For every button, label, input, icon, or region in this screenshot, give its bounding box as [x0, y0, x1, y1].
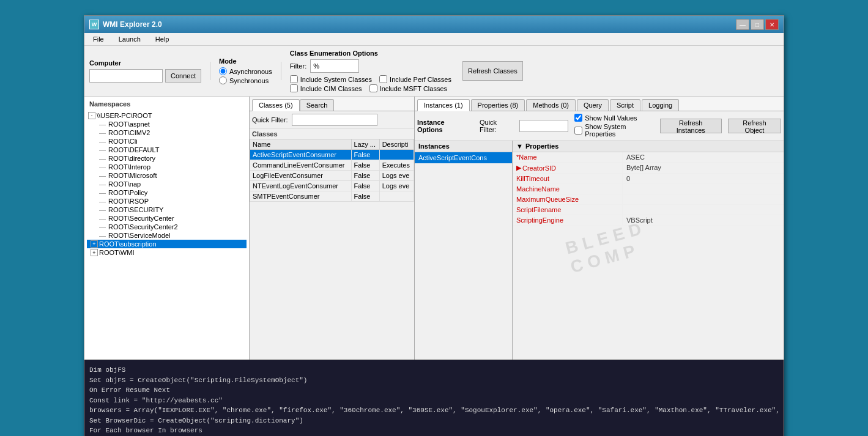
prop-name-6: ScriptingEngine: [513, 215, 623, 225]
class-row-3[interactable]: NTEventLogEventConsumerFalseLogs eve: [250, 181, 414, 191]
connect-button[interactable]: Connect: [165, 69, 201, 83]
include-system-label[interactable]: Include System Classes: [290, 75, 372, 83]
tree-item-security[interactable]: — ROOT\SECURITY: [87, 205, 247, 214]
tree-toggle-wmi[interactable]: +: [91, 249, 98, 256]
include-system-text: Include System Classes: [300, 76, 372, 83]
menu-bar: File Launch Help: [84, 33, 784, 46]
tree-item-securitycenter[interactable]: — ROOT\SecurityCenter: [87, 214, 247, 223]
include-cim-label[interactable]: Include CIM Classes: [290, 84, 362, 92]
app-title: WMI Explorer 2.0: [103, 20, 162, 29]
instance-item-0[interactable]: ActiveScriptEventCons: [415, 152, 512, 164]
tree-item-default[interactable]: — ROOT\DEFAULT: [87, 146, 247, 154]
class-row-4[interactable]: SMTPEventConsumerFalse: [250, 191, 414, 202]
tree-item-interop[interactable]: — ROOT\Interop: [87, 163, 247, 171]
right-tabs: Instances (1) Properties (8) Methods (0)…: [415, 97, 784, 111]
show-null-checkbox[interactable]: [574, 114, 582, 122]
tree-item-root[interactable]: - \\USER-PC\ROOT: [87, 111, 247, 120]
tree-item-nap[interactable]: — ROOT\nap: [87, 180, 247, 188]
instance-qf-label: Quick Filter:: [480, 119, 513, 133]
tab-query[interactable]: Query: [577, 99, 609, 111]
sync-radio-label[interactable]: Synchronous: [219, 76, 272, 84]
prop-row-5[interactable]: ScriptFilename: [513, 205, 784, 215]
refresh-instances-button[interactable]: Refresh Instances: [660, 119, 722, 133]
include-msft-label[interactable]: Include MSFT Classes: [369, 84, 447, 92]
async-radio-label[interactable]: Asynchronous: [219, 67, 272, 75]
tree-item-servicemodel[interactable]: — ROOT\ServiceModel: [87, 231, 247, 240]
properties-panel: BLEEDCOMP ▼ Properties *NameASEC▶ Creato…: [513, 141, 784, 360]
async-radio[interactable]: [219, 67, 227, 75]
tab-methods[interactable]: Methods (0): [526, 99, 576, 111]
filter-input[interactable]: [310, 59, 359, 73]
expand-arrow-1[interactable]: ▶: [516, 164, 521, 172]
instance-qf-input[interactable]: [519, 120, 568, 132]
class-name-0[interactable]: ActiveScriptEventConsumer: [250, 150, 352, 160]
include-msft-checkbox[interactable]: [369, 84, 377, 92]
tab-properties[interactable]: Properties (8): [471, 99, 525, 111]
enum-options-label: Class Enumeration Options: [290, 50, 451, 57]
tab-classes[interactable]: Classes (5): [252, 99, 300, 111]
class-name-4[interactable]: SMTPEventConsumer: [250, 191, 352, 202]
tree-item-rsop[interactable]: — ROOT\RSOP: [87, 197, 247, 205]
show-null-text: Show Null Values: [585, 114, 637, 122]
menu-launch[interactable]: Launch: [115, 34, 144, 44]
class-name-3[interactable]: NTEventLogEventConsumer: [250, 181, 352, 191]
script-panel: Dim objFSSet objFS = CreateObject("Scrip…: [84, 360, 784, 436]
computer-label: Computer: [89, 59, 201, 67]
prop-row-6[interactable]: ScriptingEngineVBScript: [513, 215, 784, 226]
class-row-1[interactable]: CommandLineEventConsumerFalseExecutes: [250, 160, 414, 171]
refresh-classes-button[interactable]: Refresh Classes: [462, 61, 523, 81]
tree-item-cli[interactable]: — ROOT\Cli: [87, 137, 247, 146]
include-cim-checkbox[interactable]: [290, 84, 298, 92]
tree-item-subscription[interactable]: + ROOT\subscription: [87, 240, 247, 248]
tree-item-cimv2[interactable]: — ROOT\CIMV2: [87, 128, 247, 137]
computer-input[interactable]: [89, 69, 163, 83]
prop-value-5: [623, 205, 630, 215]
show-system-checkbox[interactable]: [574, 127, 582, 135]
class-row-0[interactable]: ActiveScriptEventConsumerFalse: [250, 150, 414, 160]
col-desc[interactable]: Descripti: [379, 139, 414, 150]
class-row-2[interactable]: LogFileEventConsumerFalseLogs eve: [250, 171, 414, 181]
tree-label-subscription: ROOT\subscription: [99, 240, 157, 248]
tree-item-wmi[interactable]: + ROOT\WMI: [87, 248, 247, 257]
tree-item-policy[interactable]: — ROOT\Policy: [87, 188, 247, 197]
menu-help[interactable]: Help: [152, 34, 173, 44]
sync-label: Synchronous: [229, 77, 269, 84]
class-name-2[interactable]: LogFileEventConsumer: [250, 171, 352, 181]
col-lazy[interactable]: Lazy ...: [351, 139, 379, 150]
class-desc-0: [379, 150, 414, 160]
show-null-label[interactable]: Show Null Values: [574, 114, 653, 122]
minimize-button[interactable]: —: [736, 19, 749, 30]
tree-item-aspnet[interactable]: — ROOT\aspnet: [87, 120, 247, 128]
instance-options: Instance Options Quick Filter: Show Null…: [415, 111, 784, 141]
prop-row-2[interactable]: KillTimeout0: [513, 174, 784, 184]
menu-file[interactable]: File: [89, 34, 108, 44]
col-name[interactable]: Name: [250, 139, 352, 150]
classes-qf-label: Quick Filter:: [252, 116, 288, 124]
tree-item-microsoft[interactable]: — ROOT\Microsoft: [87, 171, 247, 180]
include-perf-label[interactable]: Include Perf Classes: [379, 75, 451, 83]
include-perf-checkbox[interactable]: [379, 75, 387, 83]
prop-row-3[interactable]: MachineName: [513, 184, 784, 194]
maximize-button[interactable]: □: [751, 19, 764, 30]
tree-item-securitycenter2[interactable]: — ROOT\SecurityCenter2: [87, 223, 247, 231]
properties-body: *NameASEC▶ CreatorSIDByte[] ArrayKillTim…: [513, 152, 784, 226]
class-name-1[interactable]: CommandLineEventConsumer: [250, 160, 352, 171]
tree-minus-root[interactable]: -: [88, 112, 95, 119]
prop-row-0[interactable]: *NameASEC: [513, 152, 784, 163]
prop-value-6: VBScript: [623, 215, 656, 225]
tree-toggle-subscription[interactable]: +: [91, 240, 98, 248]
tab-search[interactable]: Search: [300, 99, 335, 111]
refresh-object-button[interactable]: Refresh Object: [728, 119, 781, 133]
show-system-label[interactable]: Show System Properties: [574, 123, 653, 138]
include-system-checkbox[interactable]: [290, 75, 298, 83]
tab-instances[interactable]: Instances (1): [417, 99, 470, 111]
prop-row-1[interactable]: ▶ CreatorSIDByte[] Array: [513, 163, 784, 174]
tab-logging[interactable]: Logging: [642, 99, 679, 111]
close-button[interactable]: ✕: [765, 19, 779, 30]
prop-row-4[interactable]: MaximumQueueSize: [513, 194, 784, 205]
sync-radio[interactable]: [219, 76, 227, 84]
tree-label-nap: ROOT\nap: [108, 180, 141, 188]
classes-qf-input[interactable]: [292, 114, 377, 126]
tab-script[interactable]: Script: [610, 99, 640, 111]
tree-item-directory[interactable]: — ROOT\directory: [87, 154, 247, 163]
